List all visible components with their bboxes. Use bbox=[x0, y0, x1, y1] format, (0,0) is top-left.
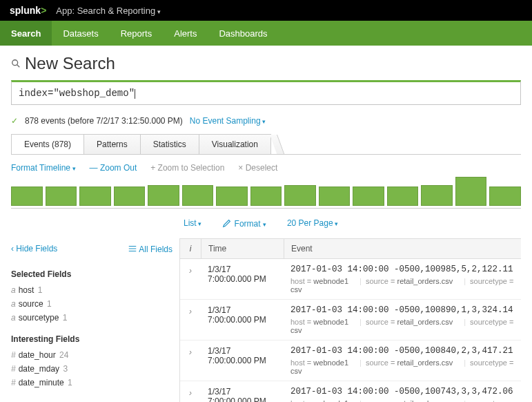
nav-tab-reports[interactable]: Reports bbox=[110, 21, 164, 46]
field-row[interactable]: #date_hour 24 bbox=[11, 348, 173, 362]
meta-host[interactable]: webnode1 bbox=[313, 277, 348, 285]
timeline-bar[interactable] bbox=[250, 186, 282, 206]
event-time: 1/3/177:00:00.000 PM bbox=[201, 259, 284, 299]
event-raw[interactable]: 2017-01-03 14:00:00 -0500,100985,5,2,122… bbox=[290, 265, 514, 274]
timeline-bar[interactable] bbox=[284, 185, 316, 206]
format-timeline-dropdown[interactable]: Format Timeline bbox=[11, 163, 76, 173]
timeline-bar[interactable] bbox=[319, 186, 351, 206]
search-status: ✓ 878 events (before 7/2/17 3:12:50.000 … bbox=[11, 116, 521, 126]
timeline-bar[interactable] bbox=[421, 185, 453, 206]
timeline-bar[interactable] bbox=[353, 186, 384, 206]
field-count: 1 bbox=[45, 299, 52, 309]
result-tab-0[interactable]: Events (878) bbox=[11, 134, 84, 154]
result-tab-3[interactable]: Visualization bbox=[199, 134, 271, 154]
field-count: 1 bbox=[60, 313, 67, 323]
event-meta: host = webnode1|source = retail_orders.c… bbox=[290, 358, 514, 375]
app-selector[interactable]: App: Search & Reporting bbox=[56, 6, 160, 16]
global-topbar: splunk> App: Search & Reporting bbox=[0, 0, 532, 21]
text-cursor bbox=[135, 89, 135, 99]
meta-sourcetype[interactable]: csv bbox=[290, 285, 302, 294]
meta-sourcetype[interactable]: csv bbox=[290, 326, 302, 334]
field-name: date_hour bbox=[19, 350, 56, 360]
timeline-bar[interactable] bbox=[148, 185, 179, 206]
timeline-bar[interactable] bbox=[182, 185, 214, 206]
nav-tab-dashboards[interactable]: Dashboards bbox=[208, 21, 278, 46]
fields-sidebar: ‹ Hide Fields All Fields Selected Fields… bbox=[11, 238, 180, 402]
field-type: # bbox=[11, 350, 16, 360]
meta-host[interactable]: webnode1 bbox=[313, 318, 348, 326]
meta-source[interactable]: retail_orders.csv bbox=[397, 277, 453, 285]
field-count: 1 bbox=[66, 378, 72, 387]
timeline-bar[interactable] bbox=[489, 186, 521, 206]
event-body: 2017-01-03 14:00:00 -0500,100890,1,3,324… bbox=[284, 300, 521, 340]
result-tabs: Events (878)PatternsStatisticsVisualizat… bbox=[11, 134, 521, 155]
event-raw[interactable]: 2017-01-03 14:00:00 -0500,100743,3,3,472… bbox=[290, 387, 514, 396]
meta-source[interactable]: retail_orders.csv bbox=[397, 318, 453, 326]
list-mode-dropdown[interactable]: List bbox=[184, 218, 201, 229]
hide-fields-button[interactable]: ‹ Hide Fields bbox=[11, 244, 57, 254]
timeline-bar[interactable] bbox=[216, 186, 248, 206]
expand-row-button[interactable]: › bbox=[180, 300, 201, 340]
zoom-out-button[interactable]: — Zoom Out bbox=[90, 163, 137, 173]
timeline-chart[interactable] bbox=[11, 181, 521, 209]
interesting-fields-heading: Interesting Fields bbox=[11, 334, 173, 344]
field-row[interactable]: asource 1 bbox=[11, 297, 173, 311]
expand-row-button[interactable]: › bbox=[180, 259, 201, 299]
event-row: ›1/3/177:00:00.000 PM2017-01-03 14:00:00… bbox=[180, 259, 521, 300]
meta-source[interactable]: retail_orders.csv bbox=[397, 358, 453, 367]
search-icon bbox=[11, 59, 21, 68]
result-tab-2[interactable]: Statistics bbox=[140, 134, 199, 154]
timeline-bar[interactable] bbox=[46, 186, 77, 206]
meta-source[interactable]: retail_orders.csv bbox=[397, 399, 453, 402]
result-tab-1[interactable]: Patterns bbox=[83, 134, 141, 154]
zoom-to-selection-button: + Zoom to Selection bbox=[150, 163, 224, 173]
event-body: 2017-01-03 14:00:00 -0500,100985,5,2,122… bbox=[284, 259, 521, 299]
field-count: 1 bbox=[35, 285, 42, 295]
nav-tab-datasets[interactable]: Datasets bbox=[52, 21, 109, 46]
field-type: a bbox=[11, 285, 16, 295]
search-bar[interactable]: index="webshop_demo" bbox=[11, 80, 521, 105]
field-name: source bbox=[19, 299, 43, 309]
logo-text: splunk bbox=[10, 5, 41, 16]
all-fields-button[interactable]: All Fields bbox=[128, 244, 173, 254]
timeline-bar[interactable] bbox=[79, 186, 111, 206]
field-row[interactable]: asourcetype 1 bbox=[11, 311, 173, 325]
expand-row-button[interactable]: › bbox=[180, 381, 201, 402]
field-type: # bbox=[11, 364, 16, 374]
field-name: date_minute bbox=[19, 378, 64, 387]
app-navbar: SearchDatasetsReportsAlertsDashboards bbox=[0, 21, 532, 46]
events-table: i Time Event ›1/3/177:00:00.000 PM2017-0… bbox=[180, 238, 521, 402]
col-header-info: i bbox=[180, 239, 201, 258]
timeline-bar[interactable] bbox=[114, 186, 146, 206]
timeline-bar[interactable] bbox=[455, 177, 487, 206]
col-header-event: Event bbox=[284, 239, 521, 258]
search-input[interactable]: index="webshop_demo" bbox=[19, 88, 135, 99]
nav-tab-search[interactable]: Search bbox=[0, 21, 52, 46]
timeline-bar[interactable] bbox=[11, 186, 43, 206]
event-row: ›1/3/177:00:00.000 PM2017-01-03 14:00:00… bbox=[180, 341, 521, 381]
meta-sourcetype[interactable]: csv bbox=[290, 367, 302, 375]
field-row[interactable]: #date_mday 3 bbox=[11, 362, 173, 376]
timeline-bar[interactable] bbox=[387, 186, 419, 206]
field-row[interactable]: #date_minute 1 bbox=[11, 376, 173, 390]
events-table-header: i Time Event bbox=[180, 238, 521, 259]
nav-tab-alerts[interactable]: Alerts bbox=[163, 21, 208, 46]
event-sampling-dropdown[interactable]: No Event Sampling bbox=[190, 116, 266, 126]
event-raw[interactable]: 2017-01-03 14:00:00 -0500,100840,2,3,417… bbox=[290, 346, 514, 356]
field-name: date_mday bbox=[19, 364, 59, 374]
format-dropdown[interactable]: Format bbox=[222, 218, 266, 229]
event-time: 1/3/177:00:00.000 PM bbox=[201, 300, 284, 340]
event-meta: host = webnode1|source = retail_orders.c… bbox=[290, 399, 514, 402]
selected-fields-heading: Selected Fields bbox=[11, 269, 173, 279]
events-toolbar: List Format 20 Per Page bbox=[11, 209, 521, 238]
meta-host[interactable]: webnode1 bbox=[313, 358, 348, 367]
field-row[interactable]: ahost 1 bbox=[11, 283, 173, 297]
meta-host[interactable]: webnode1 bbox=[313, 399, 348, 402]
per-page-dropdown[interactable]: 20 Per Page bbox=[287, 218, 338, 229]
col-header-time[interactable]: Time bbox=[201, 239, 284, 258]
event-raw[interactable]: 2017-01-03 14:00:00 -0500,100890,1,3,324… bbox=[290, 305, 514, 315]
timeline-controls: Format Timeline — Zoom Out + Zoom to Sel… bbox=[11, 155, 521, 181]
event-time: 1/3/177:00:00.000 PM bbox=[201, 381, 284, 402]
event-time: 1/3/177:00:00.000 PM bbox=[201, 341, 284, 381]
expand-row-button[interactable]: › bbox=[180, 341, 201, 381]
